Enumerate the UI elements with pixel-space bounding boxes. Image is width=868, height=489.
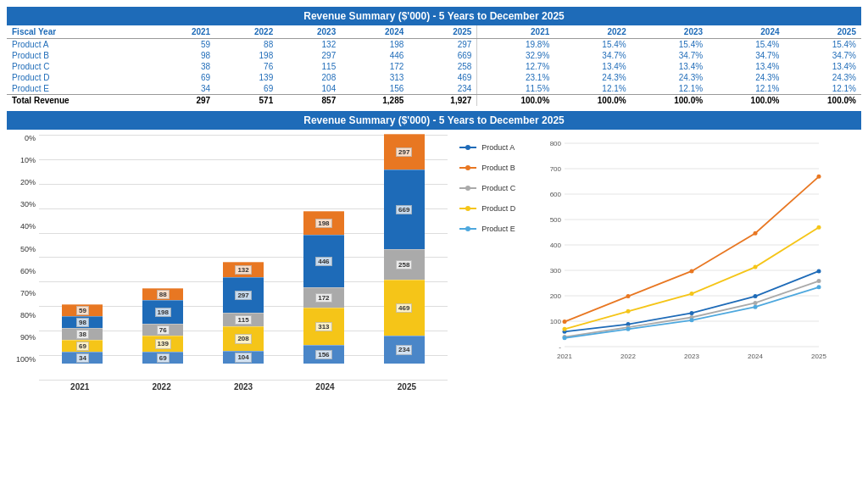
svg-point-5 bbox=[465, 186, 470, 191]
svg-point-36 bbox=[754, 294, 758, 298]
bar-value-label: 258 bbox=[396, 260, 412, 270]
bar-segment: 156 bbox=[303, 345, 344, 364]
svg-point-49 bbox=[626, 309, 631, 314]
right-col-2024: 2024 bbox=[708, 25, 784, 39]
svg-point-7 bbox=[465, 206, 470, 211]
bar-segment: 313 bbox=[303, 308, 344, 345]
svg-point-42 bbox=[817, 175, 821, 179]
bar-segment: 76 bbox=[142, 324, 183, 336]
svg-point-53 bbox=[563, 336, 567, 340]
right-table: 2021 2022 2023 2024 2025 19.8%15.4%15.4%… bbox=[476, 25, 861, 106]
bar-value-label: 234 bbox=[396, 345, 412, 355]
bar-column: 104208115297132 bbox=[222, 135, 264, 364]
svg-text:300: 300 bbox=[550, 267, 562, 275]
charts-section: Revenue Summary ($'000) - 5 Years to Dec… bbox=[7, 111, 861, 395]
main-container: Revenue Summary ($'000) - 5 Years to Dec… bbox=[0, 0, 868, 402]
svg-point-38 bbox=[563, 320, 567, 324]
bar-segment: 208 bbox=[223, 326, 264, 351]
bar-segment: 34 bbox=[62, 352, 103, 364]
col-2023: 2023 bbox=[278, 25, 341, 39]
bar-segment: 115 bbox=[223, 313, 264, 326]
line-chart-svg: 800700600500400300200100-202120222023202… bbox=[539, 135, 827, 372]
svg-point-9 bbox=[465, 226, 470, 231]
bar-x-label: 2022 bbox=[141, 382, 183, 392]
svg-point-1 bbox=[465, 145, 470, 150]
bar-segment: 297 bbox=[384, 134, 425, 169]
bar-segment: 98 bbox=[62, 316, 103, 328]
legend-item: Product C bbox=[459, 184, 536, 192]
bar-value-label: 446 bbox=[315, 257, 331, 267]
svg-text:-: - bbox=[559, 343, 561, 351]
bar-value-label: 669 bbox=[396, 205, 412, 215]
table-row: Product A5988132198297 bbox=[7, 39, 476, 51]
svg-text:100: 100 bbox=[550, 318, 562, 325]
bar-segment: 69 bbox=[142, 352, 183, 364]
svg-point-3 bbox=[465, 165, 470, 170]
right-total-row: 100.0%100.0%100.0%100.0%100.0% bbox=[477, 95, 861, 107]
table-row: Product E3469104156234 bbox=[7, 83, 476, 95]
bar-value-label: 69 bbox=[76, 342, 89, 352]
bar-value-label: 132 bbox=[235, 265, 251, 275]
svg-point-47 bbox=[817, 279, 821, 283]
table-header: Revenue Summary ($'000) - 5 Years to Dec… bbox=[7, 7, 861, 25]
bar-value-label: 198 bbox=[155, 308, 171, 318]
bar-value-label: 34 bbox=[76, 353, 89, 364]
col-2025: 2025 bbox=[409, 25, 476, 39]
svg-point-40 bbox=[690, 269, 694, 273]
svg-point-41 bbox=[754, 231, 758, 236]
bar-value-label: 69 bbox=[157, 353, 170, 364]
bar-value-label: 104 bbox=[235, 353, 251, 363]
table-wrapper: Fiscal Year 2021 2022 2023 2024 2025 Pro… bbox=[7, 25, 861, 106]
svg-text:2025: 2025 bbox=[811, 353, 826, 360]
bar-column: 691397619888 bbox=[142, 135, 184, 364]
right-col-2022: 2022 bbox=[554, 25, 631, 39]
bar-value-label: 469 bbox=[396, 303, 412, 314]
bar-column: 234469258669297 bbox=[383, 135, 426, 364]
svg-text:200: 200 bbox=[550, 292, 562, 300]
legend-item: Product E bbox=[459, 225, 536, 233]
bar-segment: 104 bbox=[223, 351, 264, 364]
bar-x-label: 2025 bbox=[386, 382, 428, 392]
bar-value-label: 59 bbox=[76, 306, 89, 316]
svg-point-57 bbox=[817, 285, 821, 289]
bar-column: 156313172446198 bbox=[303, 135, 345, 364]
bar-segment: 234 bbox=[384, 336, 425, 364]
bar-value-label: 38 bbox=[76, 330, 89, 340]
bar-segment: 88 bbox=[142, 288, 183, 300]
bar-segment: 258 bbox=[384, 249, 425, 280]
bar-segment: 446 bbox=[303, 235, 344, 287]
bar-value-label: 313 bbox=[315, 322, 331, 332]
bar-chart-area: 100%90%80%70%60%50%40%30%20%10%0% 346938… bbox=[7, 130, 451, 395]
svg-point-37 bbox=[817, 269, 821, 273]
bar-x-label: 2023 bbox=[222, 382, 264, 392]
table-header-row: Fiscal Year 2021 2022 2023 2024 2025 bbox=[7, 25, 476, 39]
bar-segment: 669 bbox=[384, 169, 425, 249]
svg-point-48 bbox=[563, 327, 567, 331]
svg-point-39 bbox=[626, 294, 631, 298]
svg-text:2024: 2024 bbox=[748, 353, 763, 360]
svg-text:700: 700 bbox=[550, 165, 562, 173]
svg-text:500: 500 bbox=[550, 216, 562, 224]
bar-column: 3469389859 bbox=[61, 135, 103, 364]
svg-text:2023: 2023 bbox=[684, 353, 699, 360]
svg-text:2021: 2021 bbox=[557, 353, 572, 360]
svg-point-46 bbox=[754, 301, 758, 305]
svg-point-56 bbox=[754, 305, 758, 309]
bar-value-label: 98 bbox=[76, 318, 89, 328]
bar-value-label: 198 bbox=[315, 219, 331, 229]
right-table-header-row: 2021 2022 2023 2024 2025 bbox=[477, 25, 861, 39]
table-row: Product C3876115172258 bbox=[7, 61, 476, 72]
bar-segment: 469 bbox=[384, 280, 425, 336]
col-2024: 2024 bbox=[341, 25, 409, 39]
charts-container: 100%90%80%70%60%50%40%30%20%10%0% 346938… bbox=[7, 130, 861, 395]
bar-value-label: 115 bbox=[235, 315, 251, 325]
svg-text:2022: 2022 bbox=[620, 353, 636, 360]
bar-x-label: 2021 bbox=[58, 382, 101, 392]
bar-value-label: 297 bbox=[396, 147, 412, 158]
bar-value-label: 208 bbox=[235, 334, 251, 344]
svg-text:400: 400 bbox=[550, 242, 562, 249]
bar-segment: 172 bbox=[303, 287, 344, 308]
bar-segment: 38 bbox=[62, 328, 103, 340]
chart-header: Revenue Summary ($'000) - 5 Years to Dec… bbox=[7, 111, 861, 130]
left-table: Fiscal Year 2021 2022 2023 2024 2025 Pro… bbox=[7, 25, 476, 106]
